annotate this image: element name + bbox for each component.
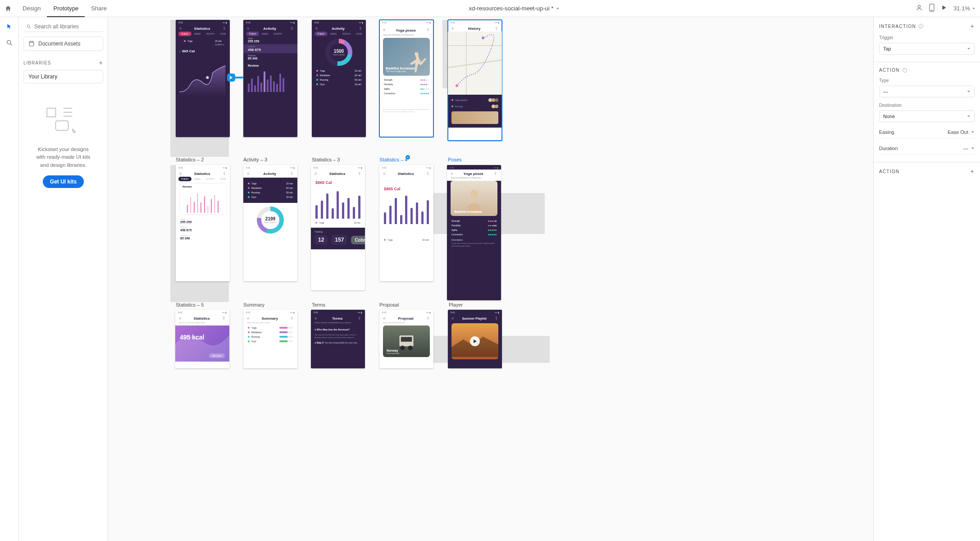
svg-point-2 bbox=[931, 10, 932, 11]
document-title-text: xd-resources-social-meet-up-ui * bbox=[469, 5, 554, 12]
tab-share[interactable]: Share bbox=[85, 0, 113, 17]
chevron-down-icon bbox=[972, 7, 975, 10]
chevron-down-icon bbox=[556, 7, 560, 10]
zoom-control[interactable]: 31.1% bbox=[953, 5, 975, 12]
tab-prototype[interactable]: Prototype bbox=[47, 0, 85, 17]
zoom-value: 31.1% bbox=[953, 5, 970, 12]
play-icon[interactable] bbox=[941, 5, 947, 12]
avatar-icon[interactable] bbox=[916, 4, 923, 13]
home-icon[interactable] bbox=[5, 5, 12, 12]
mobile-preview-icon[interactable] bbox=[929, 4, 934, 13]
document-title[interactable]: xd-resources-social-meet-up-ui * bbox=[118, 5, 911, 12]
topbar: Design Prototype Share xd-resources-soci… bbox=[0, 0, 980, 17]
topbar-right: 31.1% bbox=[916, 4, 975, 13]
tab-design[interactable]: Design bbox=[16, 0, 47, 17]
svg-point-0 bbox=[918, 5, 920, 8]
topbar-tabs: Design Prototype Share bbox=[16, 0, 113, 17]
